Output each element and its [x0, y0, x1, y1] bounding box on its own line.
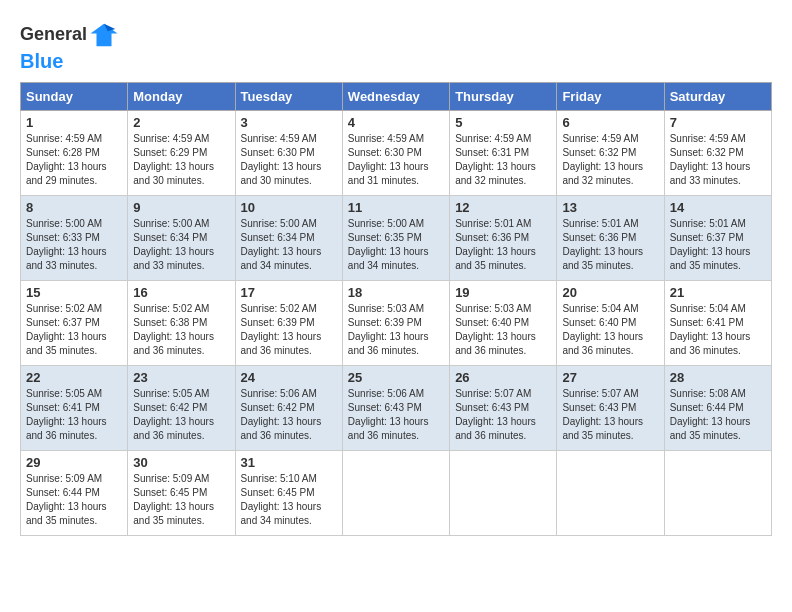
calendar-cell: 8Sunrise: 5:00 AMSunset: 6:33 PMDaylight…: [21, 196, 128, 281]
day-number: 27: [562, 370, 658, 385]
page-header: General Blue: [20, 20, 772, 72]
day-info: Sunrise: 5:04 AMSunset: 6:40 PMDaylight:…: [562, 302, 658, 358]
calendar-cell: 5Sunrise: 4:59 AMSunset: 6:31 PMDaylight…: [450, 111, 557, 196]
calendar-cell: 26Sunrise: 5:07 AMSunset: 6:43 PMDayligh…: [450, 366, 557, 451]
col-header-tuesday: Tuesday: [235, 83, 342, 111]
day-info: Sunrise: 5:02 AMSunset: 6:38 PMDaylight:…: [133, 302, 229, 358]
day-info: Sunrise: 5:07 AMSunset: 6:43 PMDaylight:…: [455, 387, 551, 443]
calendar-cell: 29Sunrise: 5:09 AMSunset: 6:44 PMDayligh…: [21, 451, 128, 536]
calendar-cell: [342, 451, 449, 536]
day-number: 18: [348, 285, 444, 300]
calendar-table: SundayMondayTuesdayWednesdayThursdayFrid…: [20, 82, 772, 536]
day-number: 2: [133, 115, 229, 130]
day-info: Sunrise: 4:59 AMSunset: 6:32 PMDaylight:…: [670, 132, 766, 188]
calendar-cell: 17Sunrise: 5:02 AMSunset: 6:39 PMDayligh…: [235, 281, 342, 366]
day-number: 11: [348, 200, 444, 215]
day-info: Sunrise: 5:01 AMSunset: 6:36 PMDaylight:…: [455, 217, 551, 273]
calendar-cell: 24Sunrise: 5:06 AMSunset: 6:42 PMDayligh…: [235, 366, 342, 451]
calendar-cell: 10Sunrise: 5:00 AMSunset: 6:34 PMDayligh…: [235, 196, 342, 281]
day-number: 28: [670, 370, 766, 385]
calendar-cell: 3Sunrise: 4:59 AMSunset: 6:30 PMDaylight…: [235, 111, 342, 196]
svg-marker-0: [91, 24, 118, 47]
day-number: 31: [241, 455, 337, 470]
day-info: Sunrise: 5:00 AMSunset: 6:34 PMDaylight:…: [241, 217, 337, 273]
day-info: Sunrise: 5:01 AMSunset: 6:37 PMDaylight:…: [670, 217, 766, 273]
day-info: Sunrise: 4:59 AMSunset: 6:30 PMDaylight:…: [241, 132, 337, 188]
calendar-cell: 20Sunrise: 5:04 AMSunset: 6:40 PMDayligh…: [557, 281, 664, 366]
calendar-cell: 21Sunrise: 5:04 AMSunset: 6:41 PMDayligh…: [664, 281, 771, 366]
calendar-cell: 12Sunrise: 5:01 AMSunset: 6:36 PMDayligh…: [450, 196, 557, 281]
day-info: Sunrise: 5:04 AMSunset: 6:41 PMDaylight:…: [670, 302, 766, 358]
day-number: 26: [455, 370, 551, 385]
day-info: Sunrise: 5:06 AMSunset: 6:42 PMDaylight:…: [241, 387, 337, 443]
calendar-cell: 9Sunrise: 5:00 AMSunset: 6:34 PMDaylight…: [128, 196, 235, 281]
calendar-cell: 25Sunrise: 5:06 AMSunset: 6:43 PMDayligh…: [342, 366, 449, 451]
day-info: Sunrise: 5:05 AMSunset: 6:42 PMDaylight:…: [133, 387, 229, 443]
day-info: Sunrise: 5:09 AMSunset: 6:44 PMDaylight:…: [26, 472, 122, 528]
day-info: Sunrise: 5:00 AMSunset: 6:33 PMDaylight:…: [26, 217, 122, 273]
col-header-wednesday: Wednesday: [342, 83, 449, 111]
day-info: Sunrise: 4:59 AMSunset: 6:30 PMDaylight:…: [348, 132, 444, 188]
day-number: 10: [241, 200, 337, 215]
day-info: Sunrise: 4:59 AMSunset: 6:31 PMDaylight:…: [455, 132, 551, 188]
calendar-cell: 11Sunrise: 5:00 AMSunset: 6:35 PMDayligh…: [342, 196, 449, 281]
day-number: 19: [455, 285, 551, 300]
day-info: Sunrise: 4:59 AMSunset: 6:29 PMDaylight:…: [133, 132, 229, 188]
day-number: 3: [241, 115, 337, 130]
calendar-cell: 15Sunrise: 5:02 AMSunset: 6:37 PMDayligh…: [21, 281, 128, 366]
calendar-cell: 6Sunrise: 4:59 AMSunset: 6:32 PMDaylight…: [557, 111, 664, 196]
day-number: 13: [562, 200, 658, 215]
day-number: 21: [670, 285, 766, 300]
calendar-cell: 18Sunrise: 5:03 AMSunset: 6:39 PMDayligh…: [342, 281, 449, 366]
day-info: Sunrise: 5:08 AMSunset: 6:44 PMDaylight:…: [670, 387, 766, 443]
day-number: 23: [133, 370, 229, 385]
col-header-friday: Friday: [557, 83, 664, 111]
calendar-cell: 16Sunrise: 5:02 AMSunset: 6:38 PMDayligh…: [128, 281, 235, 366]
day-info: Sunrise: 5:01 AMSunset: 6:36 PMDaylight:…: [562, 217, 658, 273]
day-info: Sunrise: 4:59 AMSunset: 6:32 PMDaylight:…: [562, 132, 658, 188]
day-number: 7: [670, 115, 766, 130]
logo: General Blue: [20, 20, 121, 72]
calendar-cell: 7Sunrise: 4:59 AMSunset: 6:32 PMDaylight…: [664, 111, 771, 196]
day-number: 16: [133, 285, 229, 300]
calendar-cell: 31Sunrise: 5:10 AMSunset: 6:45 PMDayligh…: [235, 451, 342, 536]
logo-blue: Blue: [20, 50, 121, 72]
day-info: Sunrise: 5:06 AMSunset: 6:43 PMDaylight:…: [348, 387, 444, 443]
day-info: Sunrise: 5:09 AMSunset: 6:45 PMDaylight:…: [133, 472, 229, 528]
day-info: Sunrise: 5:07 AMSunset: 6:43 PMDaylight:…: [562, 387, 658, 443]
day-number: 15: [26, 285, 122, 300]
day-number: 29: [26, 455, 122, 470]
calendar-cell: 2Sunrise: 4:59 AMSunset: 6:29 PMDaylight…: [128, 111, 235, 196]
calendar-cell: 13Sunrise: 5:01 AMSunset: 6:36 PMDayligh…: [557, 196, 664, 281]
day-info: Sunrise: 4:59 AMSunset: 6:28 PMDaylight:…: [26, 132, 122, 188]
day-number: 22: [26, 370, 122, 385]
day-info: Sunrise: 5:00 AMSunset: 6:34 PMDaylight:…: [133, 217, 229, 273]
day-number: 17: [241, 285, 337, 300]
col-header-thursday: Thursday: [450, 83, 557, 111]
calendar-cell: 14Sunrise: 5:01 AMSunset: 6:37 PMDayligh…: [664, 196, 771, 281]
calendar-cell: [557, 451, 664, 536]
calendar-cell: [664, 451, 771, 536]
day-info: Sunrise: 5:03 AMSunset: 6:39 PMDaylight:…: [348, 302, 444, 358]
calendar-cell: 27Sunrise: 5:07 AMSunset: 6:43 PMDayligh…: [557, 366, 664, 451]
calendar-cell: 4Sunrise: 4:59 AMSunset: 6:30 PMDaylight…: [342, 111, 449, 196]
day-number: 4: [348, 115, 444, 130]
day-info: Sunrise: 5:02 AMSunset: 6:39 PMDaylight:…: [241, 302, 337, 358]
col-header-sunday: Sunday: [21, 83, 128, 111]
logo-text: General: [20, 20, 121, 50]
calendar-cell: [450, 451, 557, 536]
day-info: Sunrise: 5:00 AMSunset: 6:35 PMDaylight:…: [348, 217, 444, 273]
day-number: 24: [241, 370, 337, 385]
calendar-cell: 30Sunrise: 5:09 AMSunset: 6:45 PMDayligh…: [128, 451, 235, 536]
day-info: Sunrise: 5:03 AMSunset: 6:40 PMDaylight:…: [455, 302, 551, 358]
day-number: 25: [348, 370, 444, 385]
day-number: 30: [133, 455, 229, 470]
day-number: 8: [26, 200, 122, 215]
day-info: Sunrise: 5:02 AMSunset: 6:37 PMDaylight:…: [26, 302, 122, 358]
calendar-cell: 1Sunrise: 4:59 AMSunset: 6:28 PMDaylight…: [21, 111, 128, 196]
calendar-cell: 23Sunrise: 5:05 AMSunset: 6:42 PMDayligh…: [128, 366, 235, 451]
col-header-monday: Monday: [128, 83, 235, 111]
day-number: 1: [26, 115, 122, 130]
col-header-saturday: Saturday: [664, 83, 771, 111]
day-info: Sunrise: 5:05 AMSunset: 6:41 PMDaylight:…: [26, 387, 122, 443]
